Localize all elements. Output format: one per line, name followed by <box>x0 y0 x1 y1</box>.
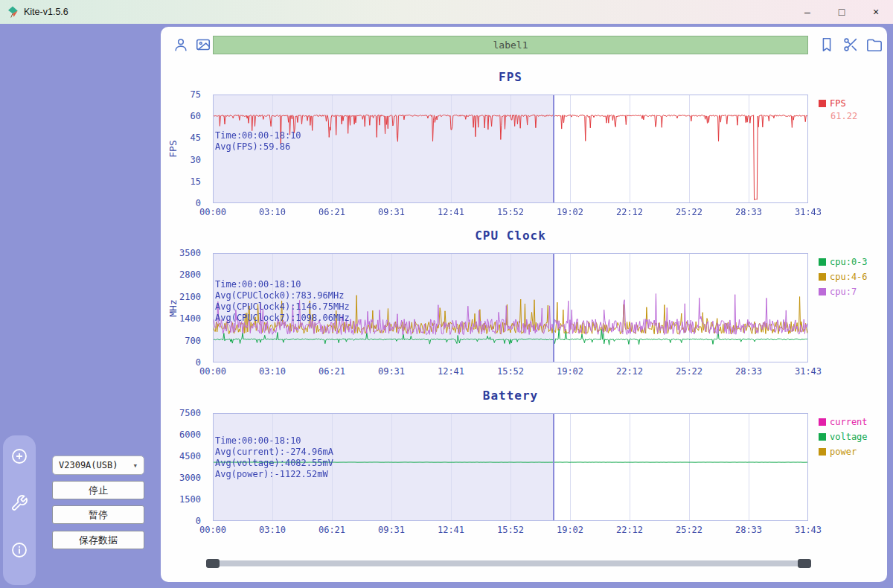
add-button[interactable] <box>10 447 28 465</box>
legend-swatch <box>819 433 826 441</box>
legend-item: cpu:0-3 <box>819 255 868 269</box>
y-tick-label: 75 <box>191 89 201 100</box>
y-tick-label: 2800 <box>179 269 201 280</box>
legend-item: cpu:4-6 <box>819 269 868 284</box>
maximize-button[interactable]: □ <box>825 0 859 24</box>
annotation-line: Time:00:00-18:10 <box>215 279 350 290</box>
annotation-line: Avg(CPUClock7):1098.06MHz <box>215 313 350 324</box>
chart-title: CPU Clock <box>213 229 808 246</box>
legend-label: cpu:7 <box>830 287 857 297</box>
legend-swatch <box>819 288 826 295</box>
x-tick-label: 25:22 <box>676 207 702 217</box>
y-tick-label: 7500 <box>179 408 201 418</box>
chart-title: Battery <box>213 389 808 406</box>
legend-item: power <box>819 444 868 459</box>
main-panel: label1 FPS FPS 01530456075 Time:00:00-18… <box>161 27 887 582</box>
x-tick-label: 09:31 <box>378 207 405 217</box>
legend-value: 61.22 <box>830 111 857 123</box>
legend-swatch <box>819 418 826 426</box>
y-axis-label: MHz <box>167 299 179 316</box>
y-tick-label: 15 <box>191 176 201 187</box>
info-button[interactable] <box>10 541 28 559</box>
y-tick-label: 3000 <box>179 473 201 483</box>
x-axis-ticks: 00:0003:1006:2109:3112:4115:5219:0222:12… <box>213 366 808 378</box>
y-tick-label: 45 <box>191 132 201 143</box>
bookmark-button[interactable] <box>819 36 835 53</box>
user-button[interactable] <box>173 36 189 53</box>
annotation-line: Avg(voltage):4082.55mV <box>215 458 333 469</box>
y-tick-label: 1400 <box>179 313 201 324</box>
x-tick-label: 28:33 <box>735 207 762 217</box>
y-tick-label: 60 <box>191 111 201 121</box>
close-button[interactable]: × <box>859 0 893 24</box>
device-select[interactable]: V2309A(USB) ▾ <box>52 456 144 475</box>
x-tick-label: 09:31 <box>378 525 405 535</box>
x-tick-label: 00:00 <box>199 207 226 217</box>
tools-button[interactable] <box>10 494 28 512</box>
title-bar: Kite-v1.5.6 – □ × <box>0 0 893 24</box>
slider-track[interactable] <box>206 560 811 566</box>
legend-label: cpu:0-3 <box>830 257 868 267</box>
minimize-button[interactable]: – <box>790 0 825 24</box>
slider-handle-left[interactable] <box>206 559 220 568</box>
chart-title: FPS <box>213 70 808 88</box>
folder-icon <box>868 40 881 51</box>
legend-label: cpu:4-6 <box>830 272 868 282</box>
legend-swatch <box>819 258 826 266</box>
x-tick-label: 25:22 <box>676 525 702 535</box>
annotation-line: Avg(CPUClock4):1146.75MHz <box>215 301 350 313</box>
legend-item: FPS <box>819 96 857 111</box>
legend-swatch <box>819 100 826 107</box>
annotation-line: Avg(CPUClock0):783.96MHz <box>215 290 350 301</box>
cut-button[interactable] <box>842 36 859 53</box>
x-tick-label: 19:02 <box>557 366 583 377</box>
legend-item: voltage <box>819 429 868 444</box>
battery-chart: Battery 015003000450060007500 Time:00:00… <box>161 389 887 549</box>
y-tick-label: 30 <box>191 155 201 165</box>
x-tick-label: 12:41 <box>438 207 464 217</box>
open-folder-button[interactable] <box>866 36 883 53</box>
x-tick-label: 06:21 <box>319 207 345 217</box>
wrench-icon <box>13 496 27 510</box>
stop-button[interactable]: 停止 <box>52 481 144 499</box>
legend-label: power <box>830 447 857 457</box>
annotation-line: Avg(FPS):59.86 <box>215 141 301 153</box>
label-input[interactable]: label1 <box>213 36 808 54</box>
screenshot-button[interactable] <box>195 36 211 53</box>
x-tick-label: 19:02 <box>557 207 583 217</box>
x-tick-label: 00:00 <box>199 366 226 377</box>
x-tick-label: 06:21 <box>319 525 345 535</box>
slider-handle-right[interactable] <box>798 559 811 568</box>
x-tick-label: 25:22 <box>676 366 702 377</box>
chart-legend: cpu:0-3cpu:4-6cpu:7 <box>819 255 868 299</box>
x-tick-label: 22:12 <box>616 366 643 377</box>
annotation-line: Avg(power):-1122.52mW <box>215 469 333 480</box>
x-tick-label: 03:10 <box>259 207 286 217</box>
x-tick-label: 03:10 <box>259 366 286 377</box>
sidebar-icon-rail <box>3 435 36 585</box>
time-range-slider <box>206 558 811 569</box>
x-tick-label: 00:00 <box>199 525 226 535</box>
y-tick-label: 1500 <box>179 494 201 505</box>
x-tick-label: 12:41 <box>438 525 464 535</box>
legend-label: voltage <box>830 432 868 442</box>
window-title: Kite-v1.5.6 <box>24 7 68 17</box>
y-tick-label: 700 <box>185 336 201 346</box>
legend-label: current <box>830 417 868 427</box>
x-tick-label: 19:02 <box>557 525 583 535</box>
chart-annotations: Time:00:00-18:10Avg(current):-274.96mAAv… <box>215 435 333 480</box>
x-tick-label: 15:52 <box>497 525 524 535</box>
x-tick-label: 09:31 <box>378 366 405 377</box>
x-tick-label: 28:33 <box>735 525 762 535</box>
window-controls: – □ × <box>790 0 893 24</box>
plot-canvas[interactable] <box>213 95 808 203</box>
y-axis-label: FPS <box>167 140 179 157</box>
bookmark-icon <box>823 39 830 51</box>
pause-button[interactable]: 暂停 <box>52 505 144 524</box>
fps-chart: FPS FPS 01530456075 Time:00:00-18:10Avg(… <box>161 70 887 230</box>
x-tick-label: 12:41 <box>438 366 464 377</box>
chart-annotations: Time:00:00-18:10Avg(FPS):59.86 <box>215 130 301 153</box>
save-data-button[interactable]: 保存数据 <box>52 531 144 549</box>
legend-swatch <box>819 273 826 281</box>
user-icon <box>179 39 184 45</box>
